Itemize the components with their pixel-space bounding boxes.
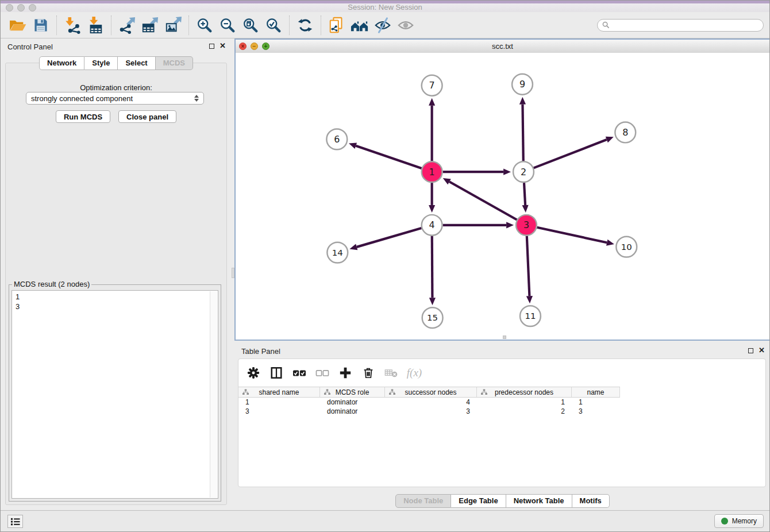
edge-3-10[interactable]	[537, 228, 614, 246]
float-panel-icon[interactable]	[209, 44, 214, 49]
run-mcds-button[interactable]: Run MCDS	[56, 110, 110, 123]
edge-3-1[interactable]	[443, 178, 517, 220]
tab-mcds[interactable]: MCDS	[156, 56, 193, 70]
export-image-icon	[164, 17, 182, 34]
column-header-successor-nodes[interactable]: successor nodes	[385, 387, 477, 397]
save-session-button[interactable]	[29, 14, 52, 36]
network-graph[interactable]: 7968124314101511	[236, 53, 769, 340]
cell-name-row1[interactable]: 1	[572, 398, 620, 406]
hide-selected-button[interactable]	[371, 14, 394, 36]
column-header-mcds-role[interactable]: MCDS role	[320, 387, 385, 397]
network-view-window: × − + scc.txt 7968124314101511	[234, 38, 770, 341]
network-canvas[interactable]: 7968124314101511	[236, 53, 769, 340]
node-8[interactable]: 8	[615, 122, 636, 143]
canvas-resize-handle[interactable]	[503, 336, 506, 339]
node-1[interactable]: 1	[422, 161, 442, 182]
edge-4-14[interactable]	[349, 228, 421, 250]
cell-shared-name-row1[interactable]: 1	[238, 398, 320, 406]
toolbar-separator	[289, 16, 290, 35]
svg-text:10: 10	[621, 242, 632, 252]
show-all-button[interactable]	[394, 14, 417, 36]
tab-style[interactable]: Style	[84, 56, 118, 70]
tab-select[interactable]: Select	[118, 56, 155, 70]
select-all-columns-button[interactable]	[292, 366, 306, 380]
mcds-result-text: 1 3	[16, 292, 210, 497]
export-table-button[interactable]	[138, 14, 161, 36]
cell-mcds-role-row2[interactable]: dominator	[320, 407, 385, 415]
zoom-in-button[interactable]	[193, 14, 216, 36]
table-row[interactable]: 1dominator411	[238, 398, 620, 407]
task-history-button[interactable]	[7, 515, 23, 528]
cell-predecessor-nodes-row2[interactable]: 2	[477, 407, 572, 415]
split-columns-icon	[270, 367, 283, 379]
column-header-predecessor-nodes[interactable]: predecessor nodes	[477, 387, 572, 397]
node-3[interactable]: 3	[516, 215, 537, 236]
panel-mode-button[interactable]	[270, 366, 283, 380]
close-panel-icon[interactable]: ✕	[220, 43, 226, 49]
cell-successor-nodes-row1[interactable]: 4	[385, 398, 477, 406]
network-window-titlebar[interactable]: × − + scc.txt	[236, 40, 769, 53]
node-15[interactable]: 15	[422, 307, 443, 328]
search-input[interactable]	[613, 21, 759, 30]
open-session-button[interactable]	[6, 14, 29, 36]
delete-column-button[interactable]	[361, 366, 375, 380]
edge-1-6[interactable]	[349, 142, 422, 168]
delete-table-button[interactable]	[384, 366, 398, 380]
column-header-name[interactable]: name	[572, 387, 620, 397]
node-14[interactable]: 14	[327, 242, 348, 263]
tab-edge-table[interactable]: Edge Table	[451, 494, 506, 508]
table-row[interactable]: 3dominator323	[238, 407, 620, 416]
clone-network-button[interactable]	[325, 14, 348, 36]
float-table-panel-icon[interactable]	[748, 348, 753, 353]
node-4[interactable]: 4	[422, 215, 442, 236]
node-11[interactable]: 11	[520, 306, 541, 326]
svg-text:15: 15	[427, 313, 438, 323]
zoom-fit-button[interactable]	[239, 14, 262, 36]
import-network-button[interactable]	[61, 14, 84, 36]
edge-1-4[interactable]	[429, 183, 435, 213]
edge-4-3[interactable]	[443, 222, 514, 228]
node-9[interactable]: 9	[512, 74, 533, 95]
node-2[interactable]: 2	[513, 161, 534, 182]
first-neighbors-button[interactable]	[348, 14, 371, 36]
column-header-shared-name[interactable]: shared name	[238, 387, 320, 397]
node-6[interactable]: 6	[326, 129, 347, 149]
tab-network[interactable]: Network	[39, 56, 84, 70]
edge-2-8[interactable]	[534, 137, 614, 168]
attribute-icon	[389, 389, 395, 395]
export-network-button[interactable]	[116, 14, 138, 36]
zoom-selected-button[interactable]	[262, 14, 285, 36]
function-builder-button[interactable]: f(x)	[407, 366, 421, 380]
edge-4-15[interactable]	[429, 236, 436, 306]
cell-shared-name-row2[interactable]: 3	[238, 407, 320, 415]
search-box[interactable]	[597, 19, 764, 32]
node-10[interactable]: 10	[616, 237, 637, 257]
import-table-button[interactable]	[84, 14, 107, 36]
tab-network-table[interactable]: Network Table	[506, 494, 572, 508]
refresh-view-button[interactable]	[294, 14, 317, 36]
edge-1-7[interactable]	[429, 98, 435, 161]
svg-text:1: 1	[429, 167, 435, 178]
mcds-result-area[interactable]: 1 3	[11, 290, 218, 499]
node-7[interactable]: 7	[422, 75, 442, 96]
cell-successor-nodes-row2[interactable]: 3	[385, 407, 477, 415]
edge-2-9[interactable]	[519, 97, 526, 161]
edge-3-11[interactable]	[526, 236, 533, 304]
close-panel-button[interactable]: Close panel	[118, 110, 176, 123]
export-image-button[interactable]	[161, 14, 184, 36]
deselect-all-columns-button[interactable]	[315, 366, 329, 380]
memory-button[interactable]: Memory	[714, 514, 764, 528]
column-settings-button[interactable]	[247, 366, 260, 380]
result-scrollbar[interactable]	[210, 291, 217, 498]
close-table-panel-icon[interactable]: ✕	[759, 348, 765, 353]
tab-node-table[interactable]: Node Table	[395, 494, 451, 508]
cell-predecessor-nodes-row1[interactable]: 1	[477, 398, 572, 406]
criterion-dropdown[interactable]: strongly connected component	[26, 92, 204, 105]
cell-name-row2[interactable]: 3	[572, 407, 620, 415]
tab-motifs[interactable]: Motifs	[572, 494, 610, 508]
cell-mcds-role-row1[interactable]: dominator	[320, 398, 385, 406]
zoom-out-button[interactable]	[216, 14, 239, 36]
edge-1-2[interactable]	[443, 169, 511, 175]
add-column-button[interactable]	[338, 366, 352, 380]
edge-2-3[interactable]	[522, 183, 529, 213]
